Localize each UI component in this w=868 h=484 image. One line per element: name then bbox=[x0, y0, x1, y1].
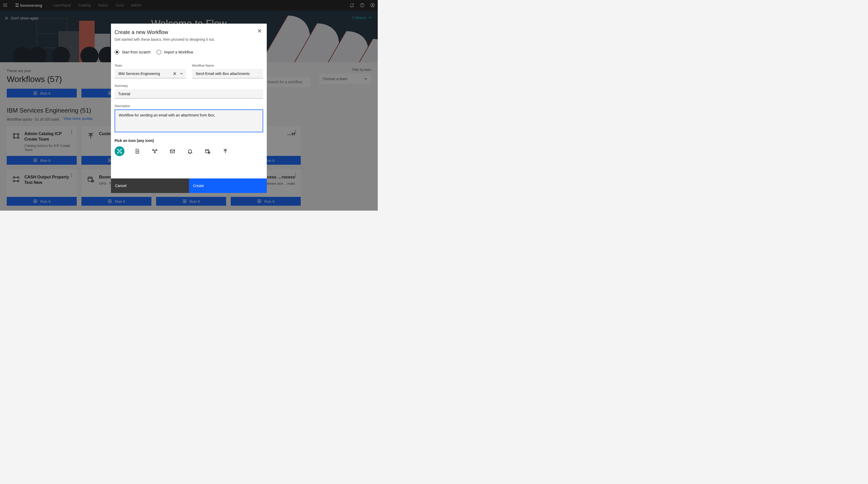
svg-point-78 bbox=[118, 149, 119, 150]
svg-point-81 bbox=[121, 153, 122, 154]
svg-line-85 bbox=[120, 152, 121, 153]
icon-picker-label: Pick an icon (any icon) bbox=[115, 139, 263, 143]
network-icon bbox=[117, 148, 122, 154]
icon-option-document[interactable] bbox=[132, 146, 142, 156]
description-label: Description bbox=[115, 104, 263, 108]
name-label: Workflow Name bbox=[192, 64, 264, 67]
svg-line-83 bbox=[120, 150, 121, 151]
cancel-button[interactable]: Cancel bbox=[111, 178, 189, 193]
radio-label: Start from scratch bbox=[122, 50, 150, 54]
upload-icon bbox=[222, 148, 228, 154]
summary-label: Summary bbox=[115, 84, 263, 88]
team-dropdown-toggle[interactable] bbox=[179, 71, 184, 76]
radio-indicator bbox=[157, 50, 161, 55]
close-icon bbox=[257, 29, 261, 33]
svg-line-84 bbox=[118, 152, 119, 153]
modal-subtitle: Get started with these basics, then proc… bbox=[115, 37, 263, 41]
mail-icon bbox=[169, 148, 175, 154]
modal-close-button[interactable] bbox=[257, 28, 262, 33]
icon-option-upload[interactable] bbox=[220, 146, 230, 156]
flow-icon bbox=[152, 148, 158, 154]
svg-point-79 bbox=[121, 149, 122, 150]
icon-picker bbox=[115, 146, 263, 156]
create-workflow-modal: Create a new Workflow Get started with t… bbox=[111, 24, 267, 193]
icon-option-bell[interactable] bbox=[185, 146, 195, 156]
chevron-down-icon bbox=[180, 72, 183, 75]
summary-input[interactable] bbox=[115, 89, 263, 98]
modal-title: Create a new Workflow bbox=[115, 29, 263, 35]
workflow-name-input[interactable] bbox=[192, 69, 264, 78]
clear-team-button[interactable] bbox=[173, 71, 177, 76]
team-label: Team bbox=[115, 64, 186, 67]
icon-option-schedule[interactable] bbox=[203, 146, 213, 156]
svg-point-90 bbox=[154, 152, 156, 153]
icon-option-mail[interactable] bbox=[167, 146, 177, 156]
radio-label: Import a Workflow bbox=[164, 50, 193, 54]
radio-indicator bbox=[115, 50, 119, 55]
bell-icon bbox=[187, 148, 193, 154]
schedule-icon bbox=[205, 148, 211, 154]
icon-option-network[interactable] bbox=[115, 146, 124, 156]
create-button[interactable]: Create bbox=[189, 178, 267, 193]
svg-rect-91 bbox=[170, 150, 175, 153]
document-icon bbox=[134, 148, 140, 154]
svg-point-80 bbox=[118, 153, 119, 154]
radio-start-from-scratch[interactable]: Start from scratch bbox=[115, 50, 150, 55]
icon-option-flow[interactable] bbox=[150, 146, 160, 156]
svg-line-82 bbox=[118, 150, 119, 151]
close-icon bbox=[173, 72, 176, 75]
description-textarea[interactable] bbox=[115, 110, 263, 132]
radio-import-workflow[interactable]: Import a Workflow bbox=[157, 50, 193, 55]
svg-line-96 bbox=[209, 153, 210, 153]
